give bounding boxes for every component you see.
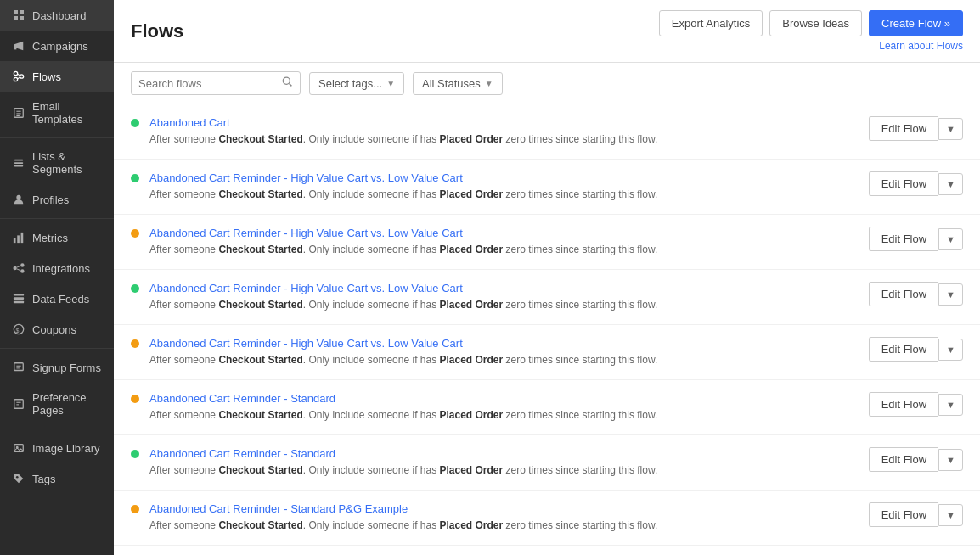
status-dropdown-label: All Statuses [422,77,481,90]
sidebar-item-coupons[interactable]: $ Coupons [0,314,114,345]
sidebar-item-flows[interactable]: Flows [0,61,114,92]
flow-name-link[interactable]: Abandoned Cart Reminder - High Value Car… [149,282,463,294]
edit-flow-caret-button[interactable]: ▼ [938,394,963,416]
edit-flow-button[interactable]: Edit Flow [869,502,938,527]
svg-point-23 [20,269,24,272]
flow-item: Abandoned Cart Reminder - High Value Car… [114,270,980,325]
flow-actions: Edit Flow ▼ [869,337,963,362]
svg-rect-4 [14,47,17,50]
filter-label: Placed Order [440,299,504,311]
status-dot [131,339,139,348]
learn-about-flows-link[interactable]: Learn about Flows [879,40,963,52]
profile-icon [12,193,25,206]
flow-name-link[interactable]: Abandoned Cart Reminder - High Value Car… [149,337,463,350]
sidebar-item-signup-forms[interactable]: Signup Forms [0,352,114,383]
svg-point-6 [20,75,23,78]
svg-rect-16 [14,165,24,167]
create-flow-button[interactable]: Create Flow » [869,10,963,36]
search-icon[interactable] [282,76,293,90]
sidebar-item-data-feeds[interactable]: Data Feeds [0,283,114,314]
megaphone-icon [12,39,25,53]
svg-point-39 [16,476,19,479]
flow-actions: Edit Flow ▼ [869,392,963,417]
edit-flow-caret-button[interactable]: ▼ [938,118,963,140]
sidebar-item-label: Image Library [32,442,99,455]
sidebar-item-label: Lists & Segments [32,150,102,176]
sidebar-item-campaigns[interactable]: Campaigns [0,31,114,61]
tags-dropdown-label: Select tags... [318,77,382,90]
sidebar-item-profiles[interactable]: Profiles [0,184,114,215]
flow-name-link[interactable]: Abandoned Cart Reminder - Standard [149,447,335,460]
sidebar-item-email-templates[interactable]: Email Templates [0,92,114,134]
status-dot [131,284,139,293]
flows-toolbar: Select tags... ▼ All Statuses ▼ [114,63,980,104]
edit-flow-button[interactable]: Edit Flow [869,392,938,417]
svg-rect-14 [14,160,24,161]
edit-flow-button[interactable]: Edit Flow [869,116,938,141]
export-analytics-button[interactable]: Export Analytics [659,10,763,36]
sidebar-item-integrations[interactable]: Integrations [0,253,114,283]
svg-rect-15 [14,162,24,164]
svg-rect-28 [14,301,24,304]
edit-flow-button[interactable]: Edit Flow [869,447,938,472]
header-right: Export Analytics Browse Ideas Create Flo… [659,10,963,52]
svg-rect-37 [14,445,24,452]
flow-actions: Edit Flow ▼ [869,282,963,306]
tags-icon [12,472,25,485]
sidebar-item-label: Flows [32,70,61,83]
sidebar-item-metrics[interactable]: Metrics [0,222,114,253]
search-box[interactable] [131,71,301,95]
flow-info: Abandoned Cart Reminder - High Value Car… [149,227,852,257]
flow-item: Abandoned Cart Reminder - High Value Car… [114,215,980,270]
flow-list: Abandoned Cart After someone Checkout St… [114,104,980,555]
edit-flow-caret-button[interactable]: ▼ [938,228,963,250]
sidebar-item-dashboard[interactable]: Dashboard [0,0,114,31]
flow-name-link[interactable]: Abandoned Cart Reminder - Standard P&G E… [149,502,408,515]
data-feeds-icon [12,292,25,306]
filter-label: Placed Order [440,188,504,200]
flow-info: Abandoned Cart Reminder - Standard P&G E… [149,502,852,533]
sidebar-item-lists-segments[interactable]: Lists & Segments [0,142,114,184]
flow-info: Abandoned Cart Reminder - High Value Car… [149,171,852,202]
flow-info: Abandoned Cart Reminder - Standard After… [149,392,852,423]
svg-rect-31 [14,363,24,371]
flow-actions: Edit Flow ▼ [869,447,963,472]
edit-flow-caret-button[interactable]: ▼ [938,449,963,471]
sidebar-item-label: Metrics [32,232,68,244]
page-header: Flows Export Analytics Browse Ideas Crea… [114,0,980,63]
browse-ideas-button[interactable]: Browse Ideas [769,10,862,36]
sidebar-item-tags[interactable]: Tags [0,463,114,494]
edit-flow-button[interactable]: Edit Flow [869,227,938,251]
status-dot [131,505,139,513]
edit-flow-caret-button[interactable]: ▼ [938,173,963,195]
sidebar-item-preference-pages[interactable]: Preference Pages [0,383,114,425]
svg-point-7 [14,77,17,81]
edit-flow-caret-button[interactable]: ▼ [938,339,963,361]
edit-flow-caret-button[interactable]: ▼ [938,283,963,306]
flow-name-link[interactable]: Abandoned Cart Reminder - High Value Car… [149,171,463,184]
filter-label: Placed Order [440,133,504,145]
edit-flow-caret-button[interactable]: ▼ [938,504,963,526]
grid-icon [12,8,25,22]
sidebar-item-image-library[interactable]: Image Library [0,433,114,463]
sidebar-item-label: Email Templates [32,100,102,126]
flow-name-link[interactable]: Abandoned Cart [149,116,230,129]
trigger-label: Checkout Started [218,409,302,421]
search-input[interactable] [138,77,282,90]
flow-name-link[interactable]: Abandoned Cart Reminder - High Value Car… [149,227,463,239]
status-dropdown[interactable]: All Statuses ▼ [413,72,503,95]
flow-item: Abandoned Cart Reminder - Standard After… [114,380,980,435]
trigger-label: Checkout Started [218,299,302,311]
flow-name-link[interactable]: Abandoned Cart Reminder - Standard [149,392,335,405]
edit-flow-button[interactable]: Edit Flow [869,337,938,362]
coupons-icon: $ [12,322,25,336]
flow-description: After someone Checkout Started. Only inc… [149,297,852,312]
edit-flow-button[interactable]: Edit Flow [869,282,938,306]
sidebar-item-label: Dashboard [32,9,87,22]
status-dot [131,450,139,458]
edit-flow-button[interactable]: Edit Flow [869,171,938,196]
tags-dropdown[interactable]: Select tags... ▼ [309,72,404,95]
sidebar-divider-3 [0,348,114,349]
flow-info: Abandoned Cart Reminder - High Value Car… [149,337,852,367]
svg-rect-26 [14,294,24,296]
